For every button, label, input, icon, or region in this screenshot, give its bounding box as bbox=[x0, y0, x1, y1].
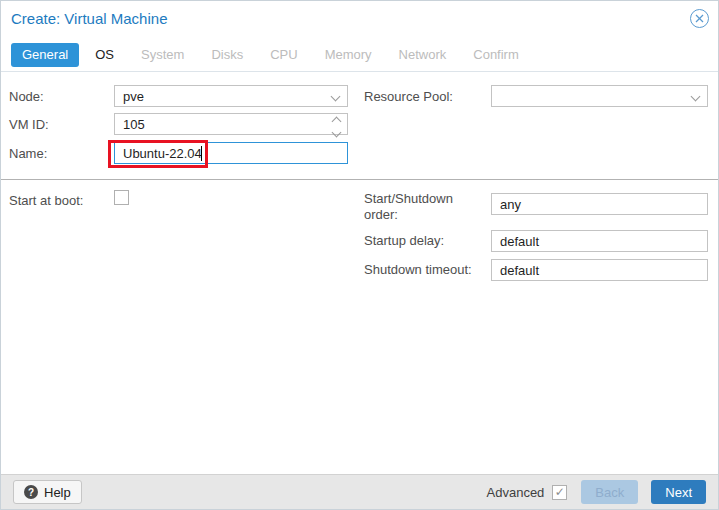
startup-order-label: Start/Shutdown order: bbox=[364, 191, 482, 223]
back-button: Back bbox=[581, 480, 638, 504]
question-mark-icon: ? bbox=[24, 485, 38, 499]
name-label: Name: bbox=[9, 146, 47, 161]
resource-pool-combobox[interactable] bbox=[491, 85, 708, 107]
vm-id-label: VM ID: bbox=[9, 117, 49, 132]
startup-delay-input[interactable] bbox=[491, 230, 708, 252]
section-divider bbox=[1, 179, 718, 180]
advanced-label: Advanced bbox=[487, 485, 545, 500]
tab-confirm: Confirm bbox=[462, 43, 530, 67]
create-vm-dialog: Create: Virtual Machine General OS Syste… bbox=[0, 0, 719, 510]
shutdown-timeout-input[interactable] bbox=[491, 259, 708, 281]
start-at-boot-checkbox[interactable] bbox=[114, 190, 129, 205]
spinner-up-icon[interactable] bbox=[331, 117, 341, 127]
next-button[interactable]: Next bbox=[651, 480, 706, 504]
spinner-down-icon[interactable] bbox=[331, 128, 341, 138]
dialog-header: Create: Virtual Machine bbox=[1, 1, 718, 39]
resource-pool-label: Resource Pool: bbox=[364, 89, 453, 104]
dialog-title: Create: Virtual Machine bbox=[11, 10, 167, 27]
tab-general[interactable]: General bbox=[11, 43, 79, 67]
checkmark-icon: ✓ bbox=[555, 485, 565, 499]
name-input[interactable] bbox=[114, 142, 348, 164]
text-cursor bbox=[201, 146, 202, 161]
tab-system: System bbox=[130, 43, 195, 67]
shutdown-timeout-label: Shutdown timeout: bbox=[364, 262, 472, 277]
help-button[interactable]: ? Help bbox=[13, 480, 82, 504]
startup-delay-label: Startup delay: bbox=[364, 233, 444, 248]
tab-memory: Memory bbox=[314, 43, 383, 67]
help-button-label: Help bbox=[44, 485, 71, 500]
vm-id-spinner-icon[interactable] bbox=[328, 118, 344, 136]
node-combobox[interactable] bbox=[114, 85, 348, 107]
node-label: Node: bbox=[9, 89, 44, 104]
wizard-tabbar: General OS System Disks CPU Memory Netwo… bbox=[1, 41, 718, 72]
startup-order-input[interactable] bbox=[491, 193, 708, 215]
dialog-footer: ? Help Advanced ✓ Back Next bbox=[1, 474, 718, 509]
tab-cpu: CPU bbox=[259, 43, 308, 67]
vm-id-spinner-field[interactable] bbox=[114, 113, 348, 135]
tab-network: Network bbox=[388, 43, 458, 67]
advanced-checkbox[interactable]: ✓ bbox=[552, 485, 567, 500]
close-icon[interactable] bbox=[690, 9, 709, 28]
x-glyph bbox=[695, 14, 704, 23]
tab-os[interactable]: OS bbox=[84, 43, 125, 67]
tab-disks: Disks bbox=[200, 43, 254, 67]
start-at-boot-label: Start at boot: bbox=[9, 193, 83, 208]
